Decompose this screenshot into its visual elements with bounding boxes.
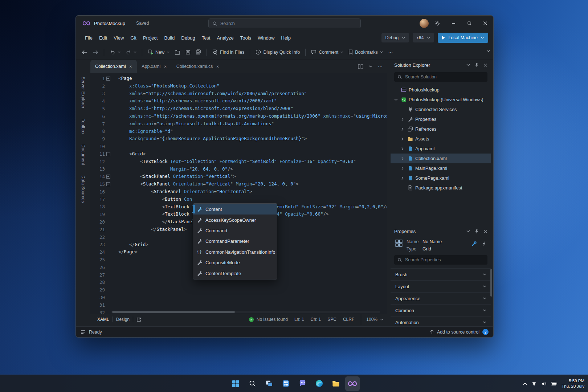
save-button[interactable] [183,47,193,57]
code-line[interactable]: 3 xmlns="http://schemas.microsoft.com/wi… [90,90,387,98]
menu-test[interactable]: Test [199,33,214,42]
code-line[interactable]: 2 x:Class="PhotosMockup.Collection" [90,82,387,90]
editor-horizontal-scrollbar[interactable] [111,311,380,313]
code-line[interactable]: 16 <StackPanel Orientation="Horizontal"> [90,188,387,196]
menu-edit[interactable]: Edit [96,33,110,42]
solution-search-box[interactable] [394,72,487,82]
intellisense-item-compositemode[interactable]: CompositeMode [193,257,277,268]
tree-item-assets[interactable]: Assets [391,134,491,144]
tree-item-collection-xaml[interactable]: Collection.xaml [391,154,491,163]
properties-wrench-icon[interactable] [471,241,477,246]
tray-chevron-up-icon[interactable] [523,383,527,385]
intellisense-item-commandparameter[interactable]: CommandParameter [193,236,277,246]
source-control-status[interactable]: Add to source control 2 [430,329,489,335]
side-tab-data-sources[interactable]: Data Sources [81,175,86,203]
redo-button[interactable] [123,47,139,57]
split-editor-icon[interactable] [358,64,363,69]
global-search-box[interactable] [208,19,361,28]
chevron-right-icon[interactable] [400,127,405,131]
intellisense-item-commonnavigationtransitioninfo[interactable]: {}CommonNavigationTransitionInfo [193,247,277,257]
code-line[interactable]: 1−<Page [90,75,387,82]
taskbar-task-view[interactable] [262,376,276,391]
code-line[interactable]: 9 Background="{ThemeResource Application… [90,135,387,143]
tab-collection-xaml[interactable]: Collection.xaml✕ [90,60,137,73]
close-tab-icon[interactable]: ✕ [129,65,132,69]
minimize-button[interactable] [445,16,461,31]
fold-collapse-icon[interactable]: − [105,182,111,186]
tree-item-properties[interactable]: Properties [391,114,491,124]
close-button[interactable] [477,16,493,31]
code-line[interactable]: 31 [90,301,387,309]
side-tab-toolbox[interactable]: Toolbox [81,119,86,134]
menu-build[interactable]: Build [161,33,178,42]
tree-item-package-appxmanifest[interactable]: Package.appxmanifest [391,183,491,193]
bookmarks-button[interactable]: Bookmarks [346,47,385,57]
code-line[interactable]: 30 [90,294,387,301]
fold-collapse-icon[interactable]: − [105,175,111,179]
events-lightning-icon[interactable] [482,241,487,246]
configuration-dropdown[interactable]: Debug [381,33,409,42]
tree-item-app-xaml[interactable]: App.xaml [391,144,491,154]
xaml-view-tab[interactable]: XAML [94,317,113,322]
undo-button[interactable] [107,47,123,57]
tab-app-xaml[interactable]: App.xaml✕ [137,60,172,73]
menu-project[interactable]: Project [140,33,161,42]
toolbar-more-button[interactable]: ⋯ [386,47,395,57]
fold-collapse-icon[interactable]: − [105,77,111,81]
menu-analyze[interactable]: Analyze [213,33,237,42]
side-tab-server-explorer[interactable]: Server Explorer [81,77,86,109]
battery-icon[interactable] [551,382,557,385]
menu-debug[interactable]: Debug [178,33,198,42]
taskbar-edge[interactable] [312,376,326,391]
code-line[interactable]: 5 xmlns:d="http://schemas.microsoft.com/… [90,105,387,113]
tree-item-photosmockup[interactable]: PhotosMockup [391,85,491,95]
properties-search-box[interactable] [394,255,487,265]
close-tab-icon[interactable]: ✕ [164,65,167,69]
popout-view-icon[interactable] [133,317,144,322]
prop-section-brush[interactable]: Brush [391,268,491,280]
toolbar-overflow-chevron-icon[interactable] [486,50,490,52]
menu-git[interactable]: Git [127,33,140,42]
chevron-right-icon[interactable] [400,157,405,160]
taskbar-clock[interactable]: 5:59 PM Thu, 20 July [562,378,584,389]
navigate-back-button[interactable] [79,47,90,57]
code-line[interactable]: 12 <TextBlock Text="Collection" FontWeig… [90,158,387,166]
find-in-files-button[interactable]: Find in Files [210,47,246,57]
save-all-button[interactable] [193,47,203,57]
prop-section-appearence[interactable]: Appearence [391,292,491,304]
prop-section-layout[interactable]: Layout [391,280,491,292]
design-view-tab[interactable]: Design [113,317,133,322]
line-indicator[interactable]: Ln: 1 [294,317,304,322]
menu-window[interactable]: Window [254,33,278,42]
chevron-right-icon[interactable] [400,137,405,141]
code-line[interactable]: 7 xmlns:ani="using:Microsoft.Toolkit.Uwp… [90,120,387,128]
open-folder-button[interactable] [172,47,183,57]
chevron-right-icon[interactable] [400,176,405,180]
prop-section-common[interactable]: Common [391,304,491,316]
pin-icon[interactable] [474,229,479,234]
chevron-right-icon[interactable] [400,147,405,151]
menu-tools[interactable]: Tools [237,33,254,42]
code-line[interactable]: 6 xmlns:mc="http://schemas.openxmlformat… [90,113,387,120]
line-ending-indicator[interactable]: CLRF [343,317,354,322]
taskbar-widgets[interactable] [278,376,293,391]
code-line[interactable]: 29 [90,286,387,294]
issues-status[interactable]: No issues found [249,317,288,322]
fold-collapse-icon[interactable]: − [105,152,111,156]
chevron-down-icon[interactable] [393,99,399,101]
taskbar-chat[interactable] [295,376,310,391]
properties-search-input[interactable] [405,257,484,262]
tree-item-mainpage-xaml[interactable]: MainPage.xaml [391,163,491,173]
chevron-down-icon[interactable] [369,65,372,68]
tree-item-refrences[interactable]: Refrences [391,124,491,134]
tab-options-ellipsis-icon[interactable]: ⋯ [378,64,383,69]
tree-item-somepage-xaml[interactable]: SomePage.xaml [391,173,491,183]
chevron-right-icon[interactable] [400,167,405,170]
volume-icon[interactable] [541,381,547,387]
chevron-down-icon[interactable] [466,64,470,66]
code-line[interactable]: 11− <Grid> [90,150,387,158]
intellisense-item-command[interactable]: Command [193,225,277,236]
wifi-icon[interactable] [531,381,537,387]
spaces-indicator[interactable]: SPC [327,317,336,322]
intellisense-item-accesskeyscopeowner[interactable]: AccessKeyScopeOwner [193,215,277,225]
